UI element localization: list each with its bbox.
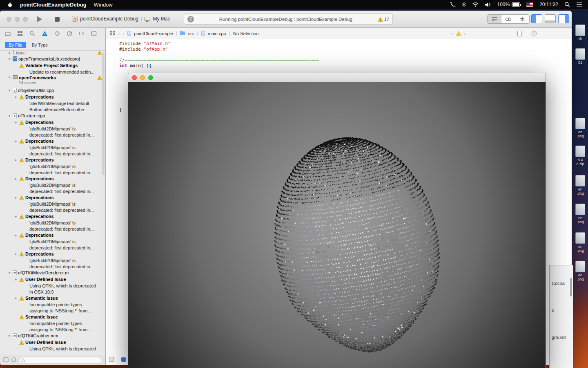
- issue-detail[interactable]: 'gluBuild2DMipmaps' is: [0, 220, 105, 226]
- run-button[interactable]: [37, 16, 42, 22]
- issue-row[interactable]: ▸!Deprecations: [0, 194, 105, 201]
- notification-center-icon[interactable]: [576, 2, 582, 7]
- issue-row[interactable]: ▾1 issue!: [0, 51, 105, 56]
- issue-row[interactable]: ▸!Semantic Issue: [0, 295, 105, 301]
- breakpoint-navigator-icon[interactable]: [79, 31, 85, 36]
- menubar-app-name[interactable]: pointCloudExampleDebug: [20, 2, 87, 8]
- new-file-icon[interactable]: [517, 31, 522, 36]
- pointcloud-canvas[interactable]: [128, 82, 546, 368]
- menu-window[interactable]: Window: [94, 2, 113, 8]
- issue-navigator-icon[interactable]: !: [42, 31, 48, 36]
- panel-row[interactable]: ground: [550, 331, 573, 358]
- assistant-editor-button[interactable]: [501, 15, 515, 23]
- jumpbar-project[interactable]: pointCloudExample: [134, 31, 173, 36]
- forward-button[interactable]: ›: [123, 30, 125, 37]
- stop-button[interactable]: [55, 17, 60, 22]
- desktop-file-icon[interactable]: 8.4e.zip: [572, 146, 588, 166]
- issue-detail[interactable]: deprecated: first deprecated in...: [0, 245, 105, 251]
- jumpbar-selection[interactable]: No Selection: [233, 31, 258, 36]
- volume-icon[interactable]: [485, 2, 491, 7]
- issue-detail[interactable]: Update to recommended settin...: [0, 69, 105, 75]
- minimize-button[interactable]: [15, 17, 20, 22]
- wifi-icon[interactable]: [472, 2, 479, 7]
- issue-detail[interactable]: deprecated: first deprecated in...: [0, 226, 105, 232]
- issue-detail[interactable]: deprecated: first deprecated in...: [0, 169, 105, 175]
- issue-row[interactable]: ▾cofTexture.cpp: [0, 112, 105, 119]
- issue-row[interactable]: ▸!Deprecations: [0, 251, 105, 257]
- toggle-utilities-button[interactable]: [558, 14, 569, 23]
- issue-detail[interactable]: 'gluBuild2DMipmaps' is: [0, 257, 105, 263]
- issue-row[interactable]: !Validate Project Settings: [0, 62, 105, 69]
- issue-row[interactable]: ▸!Deprecations: [0, 213, 105, 220]
- issue-detail[interactable]: 'gluBuild2DMipmaps' is: [0, 182, 105, 188]
- navigator-scrollbar[interactable]: [102, 52, 105, 175]
- issue-detail[interactable]: deprecated: first deprecated in...: [0, 188, 105, 194]
- issue-row[interactable]: !Semantic Issue: [0, 314, 105, 320]
- issue-row[interactable]: !User-Defined Issue: [0, 339, 105, 346]
- apple-menu-icon[interactable]: [7, 2, 13, 8]
- back-button[interactable]: ‹: [118, 30, 120, 37]
- issue-row[interactable]: ▾mofQTKitMovieRenderer.m: [0, 269, 105, 276]
- panel-row[interactable]: Cocoa: [550, 277, 573, 304]
- issue-row[interactable]: ▾mofQTKitGrabber.mm: [0, 332, 105, 339]
- menubar-clock[interactable]: 20:11:32: [539, 2, 558, 7]
- jumpbar-file[interactable]: main.cpp: [208, 31, 226, 36]
- issue-detail[interactable]: 'alertWithMessageText:default: [0, 100, 105, 106]
- scheme-selector[interactable]: A pointCloudExample Debug 〉 My Mac: [72, 16, 170, 22]
- tab-by-type[interactable]: By Type: [32, 43, 48, 47]
- project-navigator-icon[interactable]: [5, 31, 11, 36]
- help-icon[interactable]: ?: [531, 31, 537, 36]
- related-items-icon[interactable]: [110, 30, 115, 36]
- flag-filter-icon[interactable]: [3, 357, 9, 364]
- input-source-flag-icon[interactable]: [526, 2, 533, 7]
- issue-detail[interactable]: deprecated: first deprecated in...: [0, 207, 105, 213]
- issue-row[interactable]: ▸!Deprecations: [0, 138, 105, 144]
- close-button[interactable]: [132, 75, 137, 80]
- tab-by-file[interactable]: By File: [5, 42, 26, 48]
- close-button[interactable]: [7, 17, 11, 22]
- next-issue-button[interactable]: ›: [464, 30, 466, 37]
- symbol-navigator-icon[interactable]: [17, 31, 23, 36]
- issue-detail[interactable]: Using QTKit, which is deprecated: [0, 283, 105, 289]
- zoom-button[interactable]: [148, 75, 153, 80]
- issue-row[interactable]: ▸!Deprecations: [0, 94, 105, 100]
- issue-row[interactable]: ▸!User-Defined Issue: [0, 276, 105, 283]
- issue-detail[interactable]: 'gluBuild2DMipmaps' is: [0, 163, 105, 169]
- bluetooth-icon[interactable]: [462, 2, 466, 7]
- issue-detail[interactable]: Incompatible pointer types: [0, 320, 105, 326]
- issue-detail[interactable]: 'gluBuild2DMipmaps' is: [0, 238, 105, 245]
- focus-icon[interactable]: [121, 357, 126, 362]
- toggle-debug-area-button[interactable]: [545, 14, 556, 23]
- scheme-name[interactable]: pointCloudExample Debug: [80, 16, 138, 22]
- panel-scrollbar[interactable]: [570, 278, 572, 296]
- warning-counter[interactable]: ! 17: [378, 17, 389, 22]
- issue-detail[interactable]: Using QTKit, which is deprecated: [0, 346, 105, 352]
- previous-issue-button[interactable]: ‹: [451, 30, 453, 37]
- issue-detail[interactable]: deprecated: first deprecated in...: [0, 150, 105, 157]
- issue-detail[interactable]: in OSX 10.9: [0, 289, 105, 295]
- test-navigator-icon[interactable]: [54, 31, 60, 36]
- version-editor-button[interactable]: [515, 15, 529, 23]
- issue-detail[interactable]: deprecated: first deprecated in...: [0, 132, 105, 138]
- battery-status[interactable]: 100%: [497, 2, 520, 7]
- report-navigator-icon[interactable]: [91, 31, 97, 36]
- desktop-file-icon[interactable]: en.png: [572, 175, 588, 195]
- jumpbar-group[interactable]: src: [188, 31, 194, 36]
- activity-viewer[interactable]: 2 Running pointCloudExampleDebug : point…: [184, 13, 393, 25]
- issue-row[interactable]: ▸!Deprecations: [0, 175, 105, 182]
- debug-navigator-icon[interactable]: [67, 31, 72, 36]
- desktop-file-icon[interactable]: sh: [572, 25, 588, 41]
- desktop-file-icon[interactable]: 01: [572, 48, 588, 65]
- issue-detail[interactable]: 'gluBuild2DMipmaps' is: [0, 201, 105, 207]
- toggle-navigator-button[interactable]: [531, 14, 542, 23]
- issue-row[interactable]: ▸!Deprecations: [0, 119, 105, 126]
- snippet-icon[interactable]: [109, 357, 114, 362]
- issue-detail[interactable]: 'gluBuild2DMipmaps' is: [0, 126, 105, 132]
- desktop-file-icon[interactable]: en.png: [572, 232, 588, 253]
- pointcloud-titlebar[interactable]: [128, 73, 546, 82]
- issue-detail[interactable]: assigning to 'NSString *' from...: [0, 326, 105, 332]
- issue-detail[interactable]: deprecated: first deprecated in...: [0, 263, 105, 269]
- find-navigator-icon[interactable]: [29, 31, 35, 36]
- issue-row[interactable]: ▸!Deprecations: [0, 157, 105, 163]
- desktop-file-icon[interactable]: en.png: [572, 204, 588, 224]
